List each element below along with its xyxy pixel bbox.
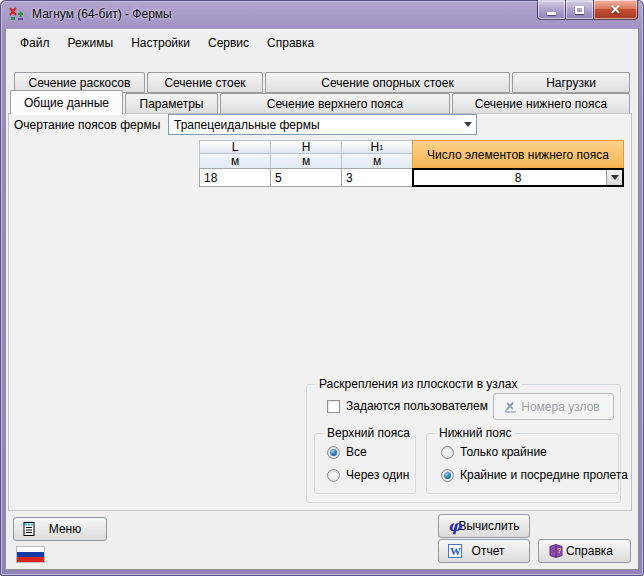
menu-bar: Файл Режимы Настройки Сервис Справка [11, 32, 323, 53]
report-button[interactable]: W Отчет [438, 539, 530, 563]
menu-modes[interactable]: Режимы [59, 33, 123, 53]
truss-outline-label: Очертание поясов фермы [14, 118, 160, 132]
truss-outline-combobox[interactable]: Трапецеидальные фермы [168, 114, 477, 135]
upper-all-radio[interactable] [327, 446, 340, 459]
close-button[interactable]: ✕ [594, 0, 638, 20]
tab-loads[interactable]: Нагрузки [512, 72, 630, 93]
help-book-icon: ? [548, 544, 564, 559]
app-window: Магнум (64-бит) - Фермы ✕ Файл Режимы На… [0, 0, 644, 576]
help-button[interactable]: ? Справка [538, 539, 631, 563]
unit-H1: м [341, 153, 413, 169]
elements-count-header: Число элементов нижнего пояса [412, 140, 624, 169]
menu-settings[interactable]: Настройки [122, 33, 199, 53]
compute-button[interactable]: φ Вычислить [438, 514, 530, 538]
unit-H: м [270, 153, 342, 169]
maximize-button[interactable] [566, 0, 594, 20]
lower-chord-title: Нижний пояс [435, 426, 515, 440]
upper-all-label: Все [346, 445, 367, 459]
col-header-H1: H1 [341, 140, 413, 154]
value-H1[interactable]: 3 [341, 168, 413, 187]
tab-support-posts-section[interactable]: Сечение опорных стоек [265, 72, 510, 93]
value-H[interactable]: 5 [270, 168, 342, 187]
tab-general-data[interactable]: Общие данные [10, 90, 123, 115]
word-report-icon: W [448, 544, 462, 558]
upper-chord-title: Верхний пояса [323, 426, 414, 440]
tab-posts-section[interactable]: Сечение стоек [147, 72, 263, 93]
user-defined-checkbox[interactable] [327, 400, 340, 413]
upper-chord-groupbox: Верхний пояса Все Через один [314, 433, 416, 494]
menu-button[interactable]: Меню [13, 517, 107, 541]
bracing-group-title: Раскрепления из плоскости в узлах [315, 377, 521, 391]
minimize-button[interactable] [537, 0, 566, 20]
app-icon [9, 6, 25, 22]
svg-text:?: ? [557, 547, 561, 554]
window-controls: ✕ [537, 0, 638, 20]
radio-row: Все [327, 445, 367, 459]
screenshot-stage: Магнум (64-бит) - Фермы ✕ Файл Режимы На… [0, 0, 644, 576]
node-numbers-icon [503, 399, 519, 415]
chevron-down-icon[interactable] [606, 170, 622, 185]
user-defined-label: Задаются пользователем [346, 399, 488, 413]
tab-bottom-chord-section[interactable]: Сечение нижнего пояса [452, 93, 630, 114]
lower-only-edges-label: Только крайние [460, 445, 547, 459]
lower-edges-midspan-label: Крайние и посредине пролета [460, 468, 628, 482]
truss-outline-value: Трапецеидальные фермы [174, 118, 320, 132]
titlebar[interactable]: Магнум (64-бит) - Фермы ✕ [0, 0, 644, 28]
tab-parameters[interactable]: Параметры [125, 93, 218, 114]
upper-every-other-label: Через один [346, 468, 409, 482]
lower-chord-groupbox: Нижний пояс Только крайние Крайние и пос… [426, 433, 619, 494]
window-title: Магнум (64-бит) - Фермы [32, 7, 172, 21]
node-numbers-button[interactable]: Номера узлов [493, 393, 614, 420]
menu-help[interactable]: Справка [258, 33, 323, 53]
radio-row: Через один [327, 468, 409, 482]
lower-only-edges-radio[interactable] [441, 446, 454, 459]
menu-file[interactable]: Файл [11, 33, 59, 53]
upper-every-other-radio[interactable] [327, 469, 340, 482]
phi-icon: φ [448, 519, 462, 534]
elements-count-combobox[interactable]: 8 [412, 168, 624, 187]
radio-row: Крайние и посредине пролета [441, 468, 628, 482]
compute-button-label: Вычислить [458, 519, 519, 533]
tab-top-chord-section[interactable]: Сечение верхнего пояса [220, 93, 450, 114]
lower-edges-midspan-radio[interactable] [441, 469, 454, 482]
bracing-groupbox: Раскрепления из плоскости в узлах Задают… [306, 384, 621, 503]
user-defined-row: Задаются пользователем [327, 399, 488, 413]
minimize-icon [547, 12, 556, 15]
close-icon: ✕ [610, 3, 621, 16]
radio-row: Только крайние [441, 445, 547, 459]
menu-button-label: Меню [49, 522, 81, 536]
unit-L: м [199, 153, 271, 169]
col-header-H: H [270, 140, 342, 154]
russian-flag-icon [16, 546, 45, 563]
value-L[interactable]: 18 [199, 168, 271, 187]
node-numbers-label: Номера узлов [521, 400, 600, 414]
report-button-label: Отчет [472, 544, 505, 558]
chevron-down-icon [464, 122, 472, 131]
menu-service[interactable]: Сервис [199, 33, 258, 53]
help-button-label: Справка [566, 544, 613, 558]
col-header-L: L [199, 140, 271, 154]
maximize-icon [575, 6, 584, 14]
elements-count-value: 8 [515, 171, 522, 185]
svg-text:W: W [450, 545, 461, 557]
menu-window-icon [23, 522, 38, 537]
